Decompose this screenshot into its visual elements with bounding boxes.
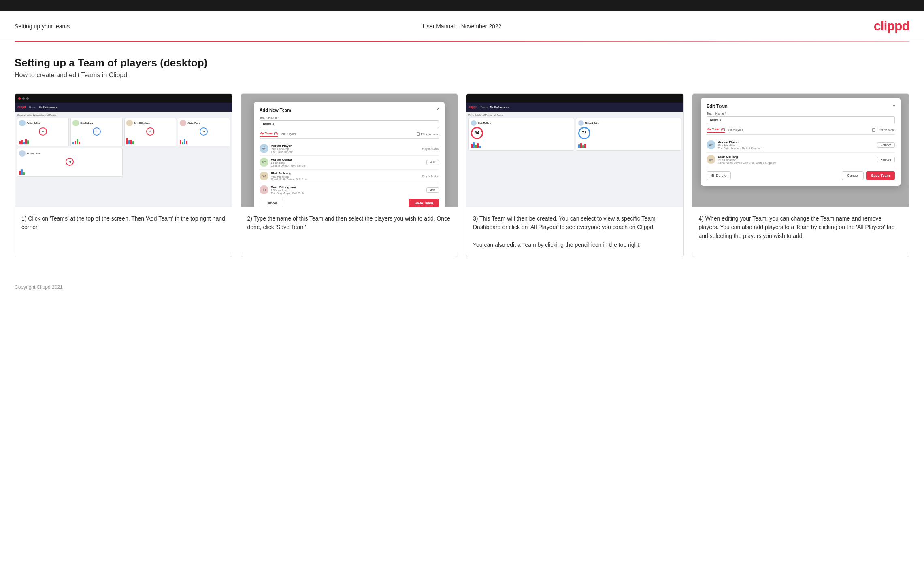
ss1-dashboard: clippd Home My Performance Showing 5 out… [15, 94, 232, 207]
ss3-players-grid: Blair McHarg 94 [468, 118, 681, 151]
tab-my-team[interactable]: My Team (2) [260, 132, 278, 137]
modal-player-name-4: Dave Billingham [271, 185, 424, 189]
card-3-text: 3) This Team will then be created. You c… [466, 207, 683, 257]
ss3-bars-1 [471, 140, 572, 148]
bar [479, 146, 481, 148]
modal-player-row-2: AC Adrian Coliba 1 Handicap Central Lond… [260, 156, 439, 170]
bar [180, 140, 181, 144]
bar [475, 145, 477, 148]
edit-player-info-2: Blair McHarg Plus Handicap Royal North D… [718, 155, 875, 164]
card-2-screenshot: Add New Team × Team Name * Team A My Tea… [241, 94, 458, 207]
ss1-bars-1 [19, 136, 67, 144]
ss1-bottom-header: Richard Butler [19, 150, 121, 157]
ss1-player-name-1: Adrian Coliba [27, 122, 40, 124]
ss1-avatar-4 [180, 120, 186, 126]
ss3-score-2: 72 [578, 127, 590, 139]
ss3-player-name-1: Blair McHarg [478, 122, 491, 124]
bar [27, 140, 29, 144]
ss1-score-4: 78 [200, 127, 208, 136]
modal-player-info-1: Adrian Player Plus Handicap The Shire Lo… [271, 144, 420, 153]
edit-filter-checkbox[interactable] [872, 128, 875, 132]
header-center: User Manual – November 2022 [313, 23, 611, 30]
bar [471, 144, 473, 148]
cards-row: clippd Home My Performance Showing 5 out… [15, 93, 909, 257]
modal-add-close-icon[interactable]: × [437, 106, 440, 112]
ss1-bottom-card-1: Richard Butler 72 [17, 148, 123, 177]
modal-player-action-1: Player Added [422, 147, 439, 150]
ss3-nav-myperformance: My Performance [490, 106, 509, 108]
ss3-filter-text: Player Details · All Players · My Teams [468, 114, 503, 116]
modal-edit-title: Edit Team [707, 104, 895, 108]
modal-edit-save-button[interactable]: Save Team [866, 171, 894, 180]
ss1-nav-myperformance: My Performance [39, 106, 58, 108]
bar [25, 139, 27, 144]
ss3-avatar-2 [578, 120, 584, 126]
header-right: clippd [611, 19, 909, 34]
top-bar [0, 0, 924, 11]
modal-add-cancel-button[interactable]: Cancel [260, 199, 283, 207]
edit-tab-my-team[interactable]: My Team (2) [707, 127, 725, 133]
bar [132, 141, 134, 144]
footer-copyright: Copyright Clippd 2021 [15, 284, 63, 290]
edit-tab-all-players[interactable]: All Players [728, 128, 744, 132]
ss1-player-card-3: Dave Billingham 94 [124, 118, 176, 146]
ss1-player-name-4: Adrian Player [187, 122, 200, 124]
team-name-input[interactable]: Team A [260, 120, 439, 128]
card-1-text: 1) Click on 'Teams' at the top of the sc… [15, 207, 232, 257]
edit-player-detail-1a: Plus Handicap [718, 144, 875, 147]
ss1-avatar-3 [126, 120, 133, 126]
ss1-bars-3 [126, 136, 174, 144]
bar [75, 141, 76, 144]
ss1-bottom-name: Richard Butler [27, 152, 40, 155]
remove-player-btn-2[interactable]: Remove [877, 157, 895, 162]
header-section-label: Setting up your teams [15, 23, 70, 30]
modal-edit-close-icon[interactable]: × [893, 102, 896, 108]
ss3-bars-2 [578, 140, 679, 148]
ss1-score-2: 0 [93, 127, 101, 136]
tab-all-players[interactable]: All Players [281, 132, 296, 136]
modal-player-detail-4b: The Gog Magog Golf Club [271, 192, 424, 195]
add-player-btn-2[interactable]: Add [426, 160, 439, 165]
add-player-btn-4[interactable]: Add [426, 187, 439, 193]
modal-edit-cancel-button[interactable]: Cancel [842, 171, 864, 180]
ss1-player-name-3: Dave Billingham [134, 122, 150, 124]
ss4-modal-bg: Edit Team × Team Name * Team A My Team (… [692, 94, 909, 207]
card-1-screenshot: clippd Home My Performance Showing 5 out… [15, 94, 232, 207]
card-4-screenshot: Edit Team × Team Name * Team A My Team (… [692, 94, 909, 207]
bar [582, 145, 584, 148]
card-3: clippd Teams My Performance Player Detai… [466, 93, 684, 257]
ss2-modal-bg: Add New Team × Team Name * Team A My Tea… [241, 94, 458, 207]
modal-player-detail-3b: Royal North Devon Golf Club [271, 178, 420, 181]
ss1-players-grid: Adrian Coliba 84 [17, 118, 230, 146]
bar [21, 140, 23, 144]
delete-team-button[interactable]: 🗑 Delete [707, 171, 731, 180]
card-4-text: 4) When editing your Team, you can chang… [692, 207, 909, 257]
ss1-player-header-3: Dave Billingham [126, 120, 174, 126]
filter-checkbox[interactable] [417, 132, 420, 136]
remove-player-btn-1[interactable]: Remove [877, 142, 895, 148]
ss1-dot-gray2 [26, 97, 29, 100]
edit-player-detail-2a: Plus Handicap [718, 159, 875, 161]
edit-player-avatar-2: BM [707, 155, 715, 164]
edit-team-modal: Edit Team × Team Name * Team A My Team (… [701, 98, 901, 186]
bar [72, 142, 74, 144]
modal-player-avatar-2: AC [260, 158, 268, 167]
ss1-player-card-4: Adrian Player 78 [178, 118, 230, 146]
modal-player-row-1: AP Adrian Player Plus Handicap The Shire… [260, 142, 439, 156]
edit-team-name-input[interactable]: Team A [707, 116, 895, 124]
bar [130, 140, 132, 144]
modal-add-save-button[interactable]: Save Team [409, 199, 439, 207]
card-4: Edit Team × Team Name * Team A My Team (… [692, 93, 910, 257]
bar [19, 141, 21, 144]
ss1-score-1: 84 [39, 127, 47, 136]
ss3-avatar-1 [471, 120, 477, 126]
modal-edit-footer-right: Cancel Save Team [842, 171, 894, 180]
ss1-bars-4 [180, 136, 228, 144]
bar [186, 141, 187, 144]
modal-player-detail-3a: Plus Handicap [271, 175, 420, 178]
modal-player-info-3: Blair McHarg Plus Handicap Royal North D… [271, 172, 420, 181]
ss1-dot-red [18, 97, 21, 100]
ss3-nav: clippd Teams My Performance [466, 103, 683, 112]
edit-player-detail-1b: The Shire London, United Kingdom [718, 147, 875, 150]
bar [477, 143, 479, 148]
